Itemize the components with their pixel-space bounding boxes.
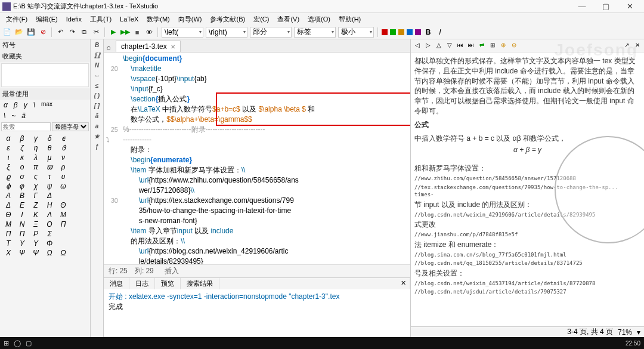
- symbol-cell[interactable]: P: [31, 230, 41, 238]
- open-icon[interactable]: 📂: [14, 27, 24, 37]
- color-red-icon[interactable]: [382, 29, 388, 35]
- strip-a-icon[interactable]: ā: [95, 113, 99, 119]
- new-icon[interactable]: 📄: [2, 27, 12, 37]
- symbol-cell[interactable]: K: [31, 211, 41, 219]
- symbol-cell[interactable]: Θ: [4, 211, 13, 219]
- save-icon[interactable]: 💾: [26, 27, 36, 37]
- symbol-cell[interactable]: Υ: [31, 239, 41, 248]
- symbol-cell[interactable]: ο: [17, 163, 27, 171]
- symbol-cell[interactable]: θ: [45, 144, 54, 152]
- symbol-cell[interactable]: α: [4, 134, 13, 143]
- symbol-cell[interactable]: κ: [17, 153, 27, 162]
- symbol-cell[interactable]: ϖ: [45, 163, 54, 171]
- log-tab-search[interactable]: 搜索结果: [181, 278, 219, 289]
- symbol-cell[interactable]: Θ: [58, 201, 68, 209]
- symbol-cell[interactable]: Z: [31, 201, 41, 209]
- section-dropdown[interactable]: 部分: [250, 27, 292, 38]
- symbol-cell[interactable]: Ω: [58, 249, 68, 257]
- copy-icon[interactable]: ⧉: [79, 27, 89, 37]
- menu-help[interactable]: 帮助(H): [335, 15, 364, 24]
- tab-close-icon[interactable]: ✕: [171, 44, 175, 50]
- code-editor[interactable]: ⤵ \begin{document}20 \maketitle \vspace{…: [104, 52, 410, 264]
- symbol-cell[interactable]: μ: [45, 153, 54, 162]
- left-delim-dropdown[interactable]: \left(: [162, 27, 203, 38]
- symbol-cell[interactable]: π: [31, 163, 41, 171]
- symbol-cell[interactable]: [58, 239, 68, 248]
- symbol-cell[interactable]: ν: [58, 153, 68, 162]
- symbol-search-input[interactable]: [1, 122, 51, 131]
- symbol-cell[interactable]: T: [4, 239, 13, 248]
- symbol-cell[interactable]: A: [4, 192, 13, 200]
- symbol-cell[interactable]: [58, 230, 68, 238]
- menu-tools[interactable]: 工具(T): [86, 15, 115, 24]
- strip-arrow-icon[interactable]: ↔: [94, 72, 100, 79]
- pv-zoomin-icon[interactable]: ⊕: [499, 42, 507, 50]
- redo-icon[interactable]: ↷: [67, 27, 77, 37]
- symbol-category-select[interactable]: 希腊字母: [52, 122, 89, 131]
- symbol-cell[interactable]: ϱ: [4, 172, 13, 181]
- pv-down-icon[interactable]: ▽: [445, 42, 454, 50]
- symbol-cell[interactable]: ρ: [58, 163, 68, 171]
- symbol-cell[interactable]: ε: [4, 144, 13, 152]
- color-blue-icon[interactable]: [407, 29, 413, 35]
- symbol-cell[interactable]: υ: [58, 172, 68, 181]
- undo-icon[interactable]: ↶: [55, 27, 65, 37]
- stop-icon[interactable]: ■: [132, 27, 142, 37]
- symbol-grid[interactable]: αβγδϵεζηθϑικλμνξοπϖρϱσςτυϕφχψωABΓΔΔEZHΘΘ…: [0, 132, 90, 337]
- preview-body[interactable]: 都以单独文件的形式保存。这样章节文字及文本内容单独一 tex 类型文件保存，且在…: [411, 52, 644, 326]
- symbol-cell[interactable]: τ: [45, 172, 54, 181]
- menu-view[interactable]: 查看(V): [274, 15, 303, 24]
- color-purple-icon[interactable]: [415, 29, 421, 35]
- size-dropdown[interactable]: 极小: [338, 27, 374, 38]
- build-icon[interactable]: ▶: [109, 27, 118, 37]
- color-green-icon[interactable]: [390, 29, 396, 35]
- symbol-cell[interactable]: X: [4, 249, 13, 257]
- symbol-cell[interactable]: Σ: [45, 230, 54, 238]
- symbol-cell[interactable]: E: [17, 201, 27, 209]
- pv-sync-icon[interactable]: ⇄: [478, 42, 486, 50]
- symbol-cell[interactable]: Φ: [45, 239, 54, 248]
- symbol-cell[interactable]: ϕ: [4, 182, 13, 190]
- symbol-cell[interactable]: η: [31, 144, 41, 152]
- strip-fn-icon[interactable]: ƒ: [95, 143, 99, 150]
- close-button[interactable]: ✕: [618, 2, 642, 11]
- pv-fwd-icon[interactable]: ▷: [424, 42, 432, 50]
- symbol-cell[interactable]: χ: [31, 182, 41, 190]
- symbol-cell[interactable]: ϑ: [58, 144, 68, 152]
- color-orange-icon[interactable]: [398, 29, 404, 35]
- symbol-cell[interactable]: Π: [17, 230, 27, 238]
- taskview-icon[interactable]: ▢: [26, 339, 32, 347]
- pv-up-icon[interactable]: △: [435, 42, 443, 50]
- fold-icon[interactable]: ⤵: [106, 136, 110, 143]
- symbol-cell[interactable]: Ω: [45, 249, 54, 257]
- tab-home-icon[interactable]: ⌂: [104, 42, 113, 52]
- favorites-box[interactable]: [1, 63, 89, 87]
- strip-eq-icon[interactable]: ≤: [95, 82, 99, 89]
- strip-emph-icon[interactable]: a: [95, 123, 99, 129]
- bold-icon[interactable]: B: [423, 27, 433, 37]
- menu-options[interactable]: 选项(O): [304, 15, 334, 24]
- pv-first-icon[interactable]: ⏮: [456, 42, 465, 50]
- symbol-cell[interactable]: ξ: [4, 163, 13, 171]
- symbol-cell[interactable]: N: [17, 220, 27, 228]
- pv-last-icon[interactable]: ⏭: [467, 42, 475, 50]
- symbol-cell[interactable]: Γ: [31, 192, 41, 200]
- symbol-cell[interactable]: Δ: [45, 192, 54, 200]
- strip-bracket-icon[interactable]: [ ]: [94, 103, 100, 109]
- symbol-cell[interactable]: Ψ: [17, 249, 27, 257]
- symbol-cell[interactable]: Ψ: [31, 249, 41, 257]
- close-file-icon[interactable]: ⊘: [38, 27, 48, 37]
- strip-bold-icon[interactable]: B: [95, 42, 99, 48]
- pv-back-icon[interactable]: ◁: [413, 42, 422, 50]
- symbol-cell[interactable]: δ: [45, 134, 54, 143]
- log-close-icon[interactable]: ✕: [397, 278, 410, 289]
- symbol-cell[interactable]: γ: [31, 134, 41, 143]
- symbol-cell[interactable]: ι: [4, 153, 13, 162]
- search-taskbar-icon[interactable]: ◯: [14, 339, 21, 347]
- symbol-cell[interactable]: B: [17, 192, 27, 200]
- pv-fit-icon[interactable]: ⊞: [488, 42, 497, 50]
- common-row-1[interactable]: αβγ\max: [0, 100, 90, 110]
- cut-icon[interactable]: ✂: [91, 27, 101, 37]
- symbol-cell[interactable]: [58, 192, 68, 200]
- symbol-cell[interactable]: λ: [31, 153, 41, 162]
